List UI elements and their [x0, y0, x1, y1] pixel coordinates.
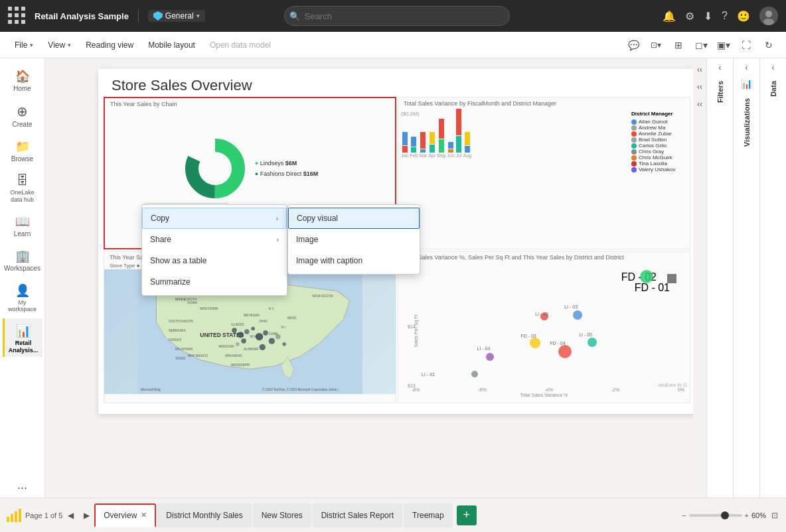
svg-point-40 [241, 338, 246, 344]
tab-new-stores[interactable]: New Stores [253, 503, 311, 527]
svg-text:NEW MEXICO: NEW MEXICO [188, 354, 208, 358]
tab-district-monthly-sales[interactable]: District Monthly Sales [157, 503, 251, 527]
avatar[interactable] [759, 7, 778, 25]
donut-legend: ● Lindseys $6M ● Fashions Direct $16M [255, 158, 318, 179]
file-menu[interactable]: File ▾ [8, 36, 40, 54]
sidebar-item-browse[interactable]: 📁 Browse [3, 134, 42, 166]
bottom-right: − + 60% ⊡ [682, 509, 781, 521]
tab-treemap[interactable]: Treemap [404, 503, 453, 527]
sidebar-item-home[interactable]: 🏠 Home [3, 64, 42, 96]
sidebar-item-onelake[interactable]: 🗄 OneLake data hub [3, 168, 42, 206]
collapse-left-btn-2[interactable]: ‹‹ [694, 81, 706, 93]
zoom-minus-icon[interactable]: − [682, 511, 686, 519]
context-menu-summarize[interactable]: Summarize [142, 271, 287, 293]
context-menu: Copy › Share › Show as a table Summarize [141, 204, 287, 296]
mobile-layout-btn[interactable]: Mobile layout [141, 36, 202, 54]
file-chevron: ▾ [30, 42, 33, 48]
viz-icon: 📊 [738, 76, 755, 92]
svg-point-48 [573, 310, 582, 320]
context-menu-show-table[interactable]: Show as a table [142, 250, 287, 271]
svg-point-49 [530, 338, 540, 348]
download-icon[interactable]: ⬇ [704, 10, 712, 23]
svg-point-37 [269, 338, 275, 344]
viz-label[interactable]: Visualizations [743, 93, 751, 152]
filters-collapse-btn[interactable]: ‹ [711, 61, 730, 74]
submenu-image-caption[interactable]: Image with caption [288, 250, 420, 271]
bar-mar: Mar [419, 132, 427, 158]
visual-scatter[interactable]: Total Sales Variance %, Sales Per Sq Ft … [398, 251, 690, 403]
svg-point-39 [282, 342, 286, 346]
svg-text:MISSISSIPPI: MISSISSIPPI [231, 364, 250, 367]
legend-item-5: Chris Gray [631, 149, 688, 155]
sidebar-item-my-workspace[interactable]: 👤 My workspace [3, 278, 42, 316]
svg-text:TEXAS: TEXAS [175, 357, 185, 360]
apps-icon[interactable] [8, 7, 27, 25]
fit-page-btn[interactable]: ⊡ [769, 509, 781, 521]
data-collapse-btn[interactable]: ‹ [764, 61, 783, 74]
svg-text:UNITED STATES: UNITED STATES [200, 332, 244, 338]
bar-may: May [437, 119, 445, 158]
tab-add-btn[interactable]: + [457, 505, 477, 525]
zoom-thumb[interactable] [721, 511, 729, 519]
sidebar-item-retail-analysis[interactable]: 📊 Retail Analysis... [3, 318, 42, 357]
badge-label: General [165, 11, 194, 21]
tab-prev-btn[interactable]: ◀ [62, 507, 78, 523]
data-label[interactable]: Data [769, 76, 777, 102]
submenu-copy-visual[interactable]: Copy visual [288, 208, 420, 229]
help-icon[interactable]: ? [722, 10, 728, 22]
open-data-model-btn[interactable]: Open data model [203, 36, 277, 54]
filters-panel: ‹ Filters [706, 58, 733, 498]
tab-overview[interactable]: Overview ✕ [94, 503, 156, 527]
notification-icon[interactable]: 🔔 [663, 10, 676, 23]
svg-text:R.I.: R.I. [281, 326, 286, 329]
context-menu-share[interactable]: Share › [142, 229, 287, 250]
right-panels: ‹‹ ‹‹ ‹‹ ‹ Filters ‹ 📊 Visualizations ‹ … [693, 58, 786, 498]
sidebar-more-btn[interactable]: ··· [3, 478, 42, 498]
viz-collapse-btn[interactable]: ‹ [738, 61, 756, 74]
tab-district-sales-report[interactable]: District Sales Report [313, 503, 402, 527]
reading-view-btn[interactable]: Reading view [79, 36, 140, 54]
general-badge[interactable]: General ▾ [148, 10, 205, 22]
zoom-slider[interactable] [689, 514, 742, 517]
svg-rect-54 [7, 517, 9, 522]
feedback-icon[interactable]: 🙂 [737, 10, 750, 23]
tab-next-btn[interactable]: ▶ [78, 507, 94, 523]
tab-overview-close[interactable]: ✕ [141, 511, 147, 519]
bar-chart-area: ($0.2M) Jan Feb [398, 108, 630, 246]
panel-icon-btn[interactable]: ▣▾ [714, 36, 733, 54]
label-li01: LI - 01 [422, 372, 435, 377]
fullscreen-icon-btn[interactable]: ⛶ [737, 36, 755, 54]
label-fd04: FD - 04 [550, 341, 565, 346]
refresh-icon-btn[interactable]: ↻ [759, 36, 778, 54]
filters-label[interactable]: Filters [716, 76, 724, 108]
svg-rect-57 [19, 509, 21, 522]
tab-overview-label: Overview [104, 511, 137, 520]
collapse-left-btn-1[interactable]: ‹‹ [694, 64, 706, 76]
comment-icon-btn[interactable]: 💬 [624, 36, 643, 54]
zoom-plus-icon[interactable]: + [745, 511, 749, 519]
sidebar-item-create[interactable]: ⊕ Create [3, 98, 42, 131]
table-icon-btn[interactable]: ⊞ [669, 36, 688, 54]
search-input[interactable] [284, 6, 510, 26]
sidebar-item-workspaces[interactable]: 🏢 Workspaces [3, 243, 42, 275]
label-fd03: FD - 03 [520, 334, 536, 338]
bar-apr: Apr [428, 132, 435, 158]
bar-group: Jan Feb Mar [401, 118, 627, 158]
collapse-left-btn-3[interactable]: ‹‹ [694, 98, 706, 110]
sidebar-item-learn[interactable]: 📖 Learn [3, 209, 42, 241]
svg-point-42 [260, 344, 266, 350]
page-info: Page 1 of 5 [25, 511, 62, 519]
context-menu-copy[interactable]: Copy › [142, 208, 287, 229]
browse-icon: 📁 [15, 139, 30, 154]
svg-point-5 [202, 155, 228, 182]
share-icon-btn[interactable]: ⊡▾ [647, 36, 665, 54]
y-axis-val-mid: $14 [408, 324, 416, 329]
settings-icon[interactable]: ⚙ [685, 10, 694, 23]
svg-point-38 [275, 334, 281, 340]
label-li04: LI - 04 [477, 346, 491, 351]
visual-icon-btn[interactable]: ◻▾ [692, 36, 710, 54]
visual-scatter-title: Total Sales Variance %, Sales Per Sq Ft … [398, 251, 690, 262]
view-menu[interactable]: View ▾ [41, 36, 78, 54]
visual-bar[interactable]: Total Sales Variance by FiscalMonth and … [398, 97, 690, 249]
submenu-image[interactable]: Image [288, 229, 420, 250]
